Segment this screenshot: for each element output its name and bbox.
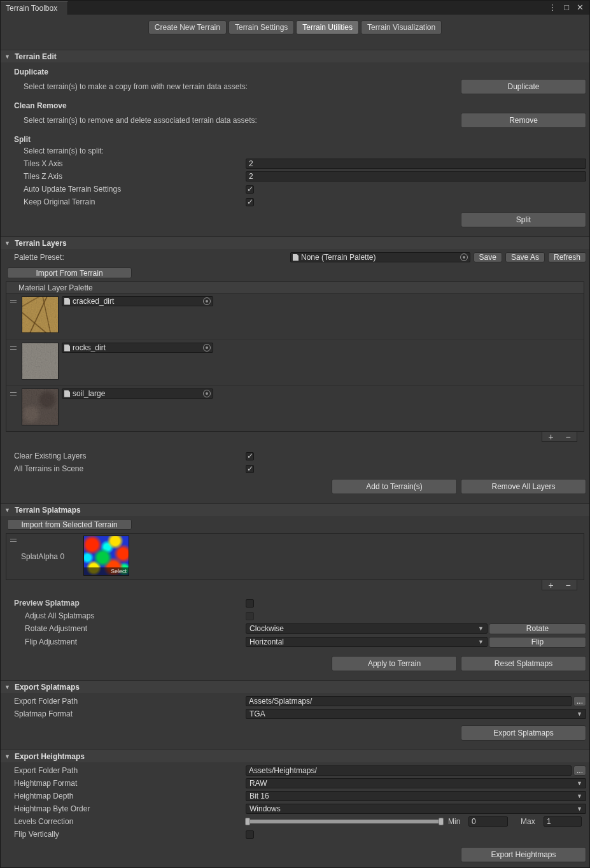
- add-layer-button[interactable]: +: [542, 432, 559, 441]
- remove-button[interactable]: Remove: [461, 113, 586, 128]
- flip-vertically-label: Flip Vertically: [14, 830, 246, 839]
- browse-folder-button[interactable]: ...: [573, 696, 586, 706]
- levels-minmax-slider[interactable]: [246, 820, 443, 823]
- split-button[interactable]: Split: [461, 212, 586, 227]
- drag-handle-icon[interactable]: [10, 392, 17, 395]
- object-picker-icon[interactable]: [460, 253, 468, 261]
- layer-thumbnail[interactable]: [22, 296, 59, 333]
- slider-max-handle[interactable]: [439, 818, 444, 825]
- split-heading: Split: [1, 135, 589, 145]
- section-export-splatmaps[interactable]: ▼ Export Splatmaps: [1, 680, 589, 693]
- max-label: Max: [521, 817, 544, 826]
- adjust-all-checkbox[interactable]: [246, 612, 254, 620]
- add-splatmap-button[interactable]: +: [542, 580, 559, 590]
- splatmap-thumbnail[interactable]: Select: [83, 536, 129, 576]
- export-folder-path-label: Export Folder Path: [14, 697, 246, 706]
- window-controls: ⋮ □ ✕: [548, 1, 589, 15]
- add-to-terrain-button[interactable]: Add to Terrain(s): [332, 479, 457, 494]
- remove-splatmap-button[interactable]: −: [559, 580, 577, 590]
- heightmap-byte-order-dropdown[interactable]: Windows ▼: [246, 804, 586, 814]
- apply-to-terrain-button[interactable]: Apply to Terrain: [332, 656, 457, 671]
- splatmap-list-footer: + −: [542, 580, 577, 590]
- flip-button[interactable]: Flip: [489, 637, 586, 648]
- maximize-icon[interactable]: □: [564, 1, 569, 15]
- rotate-adjustment-dropdown[interactable]: Clockwise ▼: [246, 623, 488, 634]
- save-as-button[interactable]: Save As: [505, 252, 545, 262]
- flip-adjustment-dropdown[interactable]: Horizontal ▼: [246, 637, 488, 647]
- tiles-z-input[interactable]: 2: [246, 171, 586, 181]
- auto-update-checkbox[interactable]: [246, 185, 254, 194]
- tab-terrain-utilities[interactable]: Terrain Utilities: [296, 20, 359, 34]
- section-title: Export Splatmaps: [15, 683, 80, 692]
- remove-layer-button[interactable]: −: [559, 432, 577, 441]
- auto-update-label: Auto Update Terrain Settings: [24, 185, 246, 194]
- section-terrain-splatmaps[interactable]: ▼ Terrain Splatmaps: [1, 503, 589, 516]
- splatmap-format-dropdown[interactable]: TGA ▼: [246, 709, 586, 719]
- foldout-icon: ▼: [4, 507, 10, 513]
- titlebar: Terrain Toolbox ⋮ □ ✕: [1, 1, 589, 15]
- splatmap-row: SplatAlpha 0 Select: [6, 534, 584, 580]
- object-picker-icon[interactable]: [203, 390, 211, 397]
- select-overlay[interactable]: Select: [84, 567, 129, 575]
- mode-toolbar: Create New Terrain Terrain Settings Terr…: [1, 15, 589, 34]
- section-title: Terrain Splatmaps: [15, 506, 81, 515]
- heightmap-folder-input[interactable]: Assets/Heightmaps/: [246, 765, 572, 776]
- levels-correction-label: Levels Correction: [14, 817, 246, 826]
- tiles-x-input[interactable]: 2: [246, 159, 586, 169]
- clear-existing-label: Clear Existing Layers: [14, 452, 246, 460]
- foldout-icon: ▼: [4, 753, 10, 760]
- layer-object-field[interactable]: soil_large: [62, 388, 213, 399]
- section-title: Terrain Edit: [15, 52, 57, 61]
- layer-list-footer: + −: [542, 432, 577, 442]
- max-input[interactable]: 1: [544, 816, 582, 827]
- tab-create-new-terrain[interactable]: Create New Terrain: [148, 20, 227, 34]
- palette-preset-object-field[interactable]: None (Terrain Palette): [290, 252, 470, 262]
- rotate-button[interactable]: Rotate: [489, 623, 586, 634]
- section-export-heightmaps[interactable]: ▼ Export Heightmaps: [1, 750, 589, 762]
- layer-object-field[interactable]: rocks_dirt: [62, 343, 213, 353]
- reset-splatmaps-button[interactable]: Reset Splatmaps: [461, 656, 586, 671]
- section-terrain-layers[interactable]: ▼ Terrain Layers: [1, 236, 589, 249]
- refresh-button[interactable]: Refresh: [548, 252, 586, 262]
- clear-existing-checkbox[interactable]: [246, 452, 254, 460]
- browse-folder-button[interactable]: ...: [573, 765, 586, 776]
- export-splatmaps-button[interactable]: Export Splatmaps: [461, 725, 586, 741]
- slider-min-handle[interactable]: [245, 818, 250, 825]
- export-heightmaps-button[interactable]: Export Heightmaps: [461, 847, 586, 862]
- layer-object-field[interactable]: cracked_dirt: [62, 296, 213, 306]
- remove-all-layers-button[interactable]: Remove All Layers: [461, 479, 586, 494]
- min-input[interactable]: 0: [468, 816, 508, 827]
- import-from-selected-terrain-button[interactable]: Import from Selected Terrain: [7, 519, 132, 530]
- all-terrains-checkbox[interactable]: [246, 465, 254, 473]
- layer-thumbnail[interactable]: [22, 388, 59, 425]
- splatmap-folder-input[interactable]: Assets/Splatmaps/: [246, 696, 572, 706]
- drag-handle-icon[interactable]: [10, 346, 17, 350]
- window-tab[interactable]: Terrain Toolbox: [1, 1, 68, 15]
- flip-vertically-checkbox[interactable]: [246, 830, 254, 839]
- drag-handle-icon[interactable]: [10, 539, 17, 542]
- tab-terrain-visualization[interactable]: Terrain Visualization: [361, 20, 442, 34]
- flip-adjustment-value: Horizontal: [249, 637, 284, 646]
- heightmap-depth-label: Heightmap Depth: [14, 792, 246, 800]
- import-from-terrain-button[interactable]: Import From Terrain: [7, 267, 132, 278]
- duplicate-button[interactable]: Duplicate: [461, 79, 586, 94]
- save-button[interactable]: Save: [474, 252, 502, 262]
- object-picker-icon[interactable]: [203, 297, 211, 305]
- section-terrain-edit[interactable]: ▼ Terrain Edit: [1, 50, 589, 62]
- close-icon[interactable]: ✕: [577, 1, 584, 15]
- heightmap-format-dropdown[interactable]: RAW ▼: [246, 778, 586, 788]
- tiles-x-label: Tiles X Axis: [24, 159, 246, 168]
- chevron-down-icon: ▼: [577, 780, 582, 786]
- heightmap-byte-order-value: Windows: [249, 804, 281, 813]
- section-title: Terrain Layers: [15, 239, 67, 248]
- preview-splatmap-checkbox[interactable]: [246, 599, 254, 608]
- tab-terrain-settings[interactable]: Terrain Settings: [228, 20, 294, 34]
- export-folder-path-label: Export Folder Path: [14, 766, 246, 775]
- heightmap-depth-dropdown[interactable]: Bit 16 ▼: [246, 791, 586, 801]
- keep-original-checkbox[interactable]: [246, 198, 254, 206]
- drag-handle-icon[interactable]: [10, 300, 17, 303]
- preview-splatmap-label: Preview Splatmap: [14, 599, 246, 608]
- object-picker-icon[interactable]: [203, 344, 211, 352]
- layer-thumbnail[interactable]: [22, 343, 59, 380]
- menu-icon[interactable]: ⋮: [548, 1, 556, 15]
